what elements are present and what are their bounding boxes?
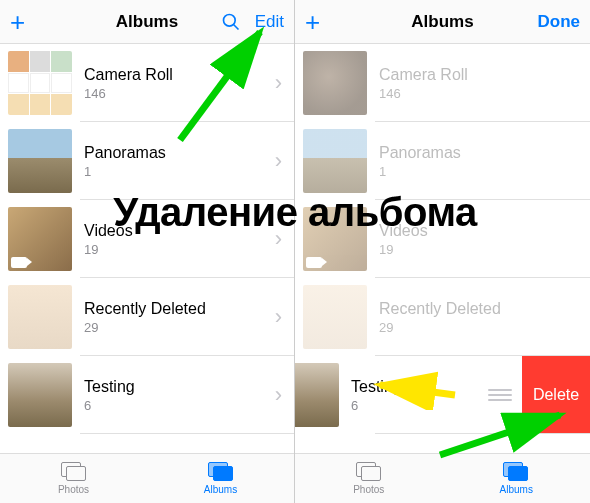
album-thumb bbox=[8, 51, 72, 115]
video-badge-icon bbox=[11, 257, 27, 268]
albums-list: Camera Roll 146 › Panoramas 1 › Videos bbox=[0, 44, 294, 453]
albums-icon bbox=[503, 462, 529, 482]
add-button[interactable]: + bbox=[305, 9, 320, 35]
album-title: Camera Roll bbox=[84, 65, 271, 84]
album-row[interactable]: Camera Roll 146 bbox=[295, 44, 590, 122]
album-thumb bbox=[8, 207, 72, 271]
delete-button[interactable]: Delete bbox=[522, 356, 590, 434]
svg-line-1 bbox=[233, 24, 238, 29]
album-count: 6 bbox=[351, 398, 488, 413]
tab-label: Albums bbox=[204, 484, 237, 495]
edit-button[interactable]: Edit bbox=[255, 12, 284, 32]
album-count: 29 bbox=[84, 320, 271, 335]
album-row[interactable]: Testing 6 › bbox=[0, 356, 294, 434]
chevron-right-icon: › bbox=[271, 148, 294, 174]
album-row[interactable]: Recently Deleted 29 bbox=[295, 278, 590, 356]
album-row[interactable]: Videos 19 bbox=[295, 200, 590, 278]
navbar-title: Albums bbox=[411, 12, 473, 32]
chevron-right-icon: › bbox=[271, 304, 294, 330]
album-row[interactable]: Camera Roll 146 › bbox=[0, 44, 294, 122]
album-thumb bbox=[303, 129, 367, 193]
album-row-swiped[interactable]: Testing 6 Delete bbox=[295, 356, 590, 434]
phone-left: + Albums Edit Camera Roll 146 › bbox=[0, 0, 295, 503]
tabbar: Photos Albums bbox=[0, 453, 294, 503]
tab-label: Photos bbox=[58, 484, 89, 495]
navbar-title: Albums bbox=[116, 12, 178, 32]
tab-photos[interactable]: Photos bbox=[0, 454, 147, 503]
navbar: + Albums Edit bbox=[0, 0, 294, 44]
album-count: 19 bbox=[379, 242, 590, 257]
navbar: + Albums Done bbox=[295, 0, 590, 44]
album-row[interactable]: Panoramas 1 bbox=[295, 122, 590, 200]
album-count: 1 bbox=[84, 164, 271, 179]
album-count: 146 bbox=[379, 86, 590, 101]
album-title: Recently Deleted bbox=[84, 299, 271, 318]
album-count: 29 bbox=[379, 320, 590, 335]
done-button[interactable]: Done bbox=[538, 12, 581, 32]
photos-icon bbox=[61, 462, 87, 482]
phone-right: + Albums Done Camera Roll 146 Panoramas bbox=[295, 0, 590, 503]
tab-albums[interactable]: Albums bbox=[443, 454, 591, 503]
album-thumb bbox=[8, 285, 72, 349]
album-title: Panoramas bbox=[84, 143, 271, 162]
tab-photos[interactable]: Photos bbox=[295, 454, 443, 503]
video-badge-icon bbox=[306, 257, 322, 268]
album-count: 19 bbox=[84, 242, 271, 257]
album-thumb bbox=[8, 363, 72, 427]
album-title: Panoramas bbox=[379, 143, 590, 162]
album-row[interactable]: Videos 19 › bbox=[0, 200, 294, 278]
album-thumb bbox=[303, 51, 367, 115]
svg-point-0 bbox=[223, 14, 235, 26]
album-title: Camera Roll bbox=[379, 65, 590, 84]
album-thumb bbox=[295, 363, 339, 427]
album-title: Videos bbox=[84, 221, 271, 240]
chevron-right-icon: › bbox=[271, 382, 294, 408]
album-count: 1 bbox=[379, 164, 590, 179]
album-row[interactable]: Recently Deleted 29 › bbox=[0, 278, 294, 356]
albums-icon bbox=[208, 462, 234, 482]
chevron-right-icon: › bbox=[271, 226, 294, 252]
album-thumb bbox=[8, 129, 72, 193]
reorder-handle-icon[interactable] bbox=[488, 389, 512, 401]
album-thumb bbox=[303, 285, 367, 349]
album-row[interactable]: Panoramas 1 › bbox=[0, 122, 294, 200]
photos-icon bbox=[356, 462, 382, 482]
album-title: Videos bbox=[379, 221, 590, 240]
search-icon[interactable] bbox=[221, 12, 241, 32]
album-title: Recently Deleted bbox=[379, 299, 590, 318]
album-title: Testing bbox=[84, 377, 271, 396]
tab-albums[interactable]: Albums bbox=[147, 454, 294, 503]
tab-label: Photos bbox=[353, 484, 384, 495]
chevron-right-icon: › bbox=[271, 70, 294, 96]
tabbar: Photos Albums bbox=[295, 453, 590, 503]
album-title: Testing bbox=[351, 377, 488, 396]
album-count: 6 bbox=[84, 398, 271, 413]
albums-list: Camera Roll 146 Panoramas 1 Videos 19 bbox=[295, 44, 590, 453]
tab-label: Albums bbox=[500, 484, 533, 495]
album-thumb bbox=[303, 207, 367, 271]
album-count: 146 bbox=[84, 86, 271, 101]
add-button[interactable]: + bbox=[10, 9, 25, 35]
